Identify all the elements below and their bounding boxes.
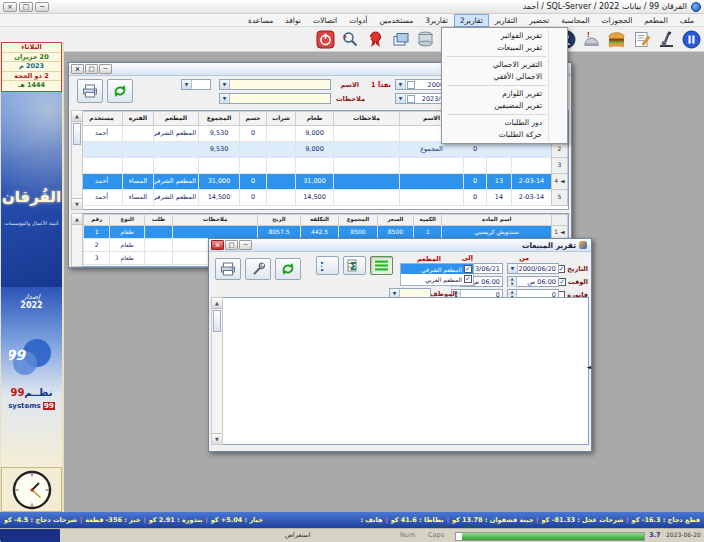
menu-item-المحاسبة[interactable]: المحاسبة [555, 14, 595, 27]
checkbox-checked-icon[interactable]: ✓ [464, 275, 472, 283]
microscope-icon[interactable] [655, 28, 677, 50]
column-header[interactable]: الربح [258, 215, 301, 226]
invoices-close-button[interactable]: × [71, 64, 84, 74]
status-item: قطع دجاج : 16.3- كو [632, 516, 700, 524]
application-window: الفرقان 99 / بيانات SQL-Server / 2022 / … [0, 0, 704, 542]
invoices-minimize-button[interactable]: ─ [99, 64, 112, 74]
database-icon[interactable] [414, 28, 436, 50]
checkbox-checked-icon[interactable]: ✓ [464, 265, 472, 273]
weekday-label: الثلاثاء [2, 43, 61, 53]
column-header[interactable]: الكمية [414, 215, 442, 226]
maximize-button[interactable]: □ [19, 2, 33, 12]
menu-item-ملف[interactable]: ملف [674, 14, 700, 27]
award-ribbon-icon[interactable]: ★ [364, 28, 386, 50]
menu-item-التقارير[interactable]: التقارير [489, 14, 524, 27]
name-filter-input[interactable]: ▼ [219, 79, 331, 90]
svg-text:?: ? [343, 34, 347, 42]
print-button[interactable] [77, 79, 103, 103]
systems99-logo: 99 [9, 335, 55, 381]
date-checkbox-row[interactable]: التاريخ✓ [557, 265, 588, 273]
column-header[interactable]: طعام [296, 112, 334, 126]
column-header[interactable]: التكلفة [300, 215, 338, 226]
report-date-from[interactable]: 2000/06/20▼ [507, 263, 559, 274]
status-item: خيار : 5.04+ كو [211, 516, 263, 524]
sum-toggle[interactable]: Σ [316, 256, 339, 275]
column-header[interactable]: شراب [267, 112, 296, 126]
refresh-button[interactable] [107, 79, 133, 103]
menu-separator [447, 85, 546, 86]
notepad-icon[interactable] [630, 28, 652, 50]
list-view-toggle[interactable] [370, 256, 393, 275]
table-row[interactable]: 4 ◄2-03-1413031,000031,000المطعم الشرقيا… [82, 173, 568, 189]
summary-grid-toggle[interactable]: Σ [343, 256, 366, 275]
menu-item-تقارير2[interactable]: تقارير2 [454, 14, 489, 27]
report-filter-panel: التاريخ✓ الوقت✓ فاتورة من 2000/06/20▼ 06… [209, 252, 591, 297]
report-time-from[interactable]: 06:00 ص▲▼ [507, 276, 559, 287]
menu-item-الحجوزات[interactable]: الحجوزات [596, 14, 639, 27]
column-header[interactable]: ملاحظات [334, 112, 400, 126]
pause-icon[interactable] [680, 28, 702, 50]
column-header[interactable]: رقم [84, 215, 110, 226]
restaurant-option[interactable]: ✓المطعم الشرقي [401, 264, 473, 274]
status-item: هاتف : [360, 516, 382, 524]
table-row[interactable]: 1 ◄سندويش كريسبي185008500442.58057.5طعام… [84, 226, 568, 239]
menu-item-تحضير[interactable]: تحضير [523, 14, 555, 27]
menu-item-مساعدة[interactable]: مساعدة [242, 14, 279, 27]
sales-report-window: تقرير المبيعات × □ ─ التاريخ✓ الوقت✓ فات… [208, 238, 592, 452]
table-row[interactable]: 52-03-1414014,500014,500المطعم الشرقيالم… [82, 189, 568, 205]
settings-wrench-button[interactable] [245, 258, 271, 280]
report-maximize-button[interactable]: □ [225, 240, 238, 250]
minimize-button[interactable]: ─ [35, 2, 49, 12]
status-separator: | [205, 516, 207, 524]
column-header[interactable]: حسم [240, 112, 267, 126]
column-header[interactable]: المجموع [339, 215, 377, 226]
reports2-dropdown-menu: تقرير الفواتيرتقرير المبيعاتالتقرير الاج… [441, 27, 568, 144]
table-row[interactable]: 3 [82, 157, 568, 173]
report-print-button[interactable] [215, 258, 241, 280]
invoices-table-scrollbar[interactable]: ▲▼ [71, 110, 83, 210]
menu-item-أدوات[interactable]: أدوات [343, 14, 373, 27]
invoices-maximize-button[interactable]: □ [85, 64, 98, 74]
version-panel: إصدار 2022 99 نظــم99 systems 99 [1, 287, 62, 467]
search-help-icon[interactable]: ? [339, 28, 361, 50]
report-minimize-button[interactable]: ─ [239, 240, 252, 250]
status-separator: | [536, 516, 538, 524]
column-header[interactable]: اسم المادة [442, 215, 551, 226]
power-icon[interactable] [314, 28, 336, 50]
column-header[interactable]: طلب [144, 215, 172, 226]
brand-logo: الفُرقان [1, 188, 62, 206]
time-checkbox-row[interactable]: الوقت✓ [558, 278, 588, 286]
close-button[interactable]: × [3, 2, 17, 12]
column-header[interactable]: المجموع [199, 112, 240, 126]
cards-icon[interactable] [389, 28, 411, 50]
report-refresh-button[interactable] [275, 258, 301, 280]
column-header[interactable]: النوع [110, 215, 144, 226]
column-header[interactable]: السعر [377, 215, 413, 226]
menu-item-تقارير3[interactable]: تقارير3 [419, 14, 454, 27]
hijri-day: 2 ذو الحجة [2, 72, 61, 82]
spinner-control[interactable]: ▲▼ [508, 277, 517, 286]
inventory-status-bar: قطع دجاج : 16.3- كو|شرحات عجل : 81.33- ك… [0, 512, 704, 528]
notes-filter-input[interactable]: ▼ [219, 93, 331, 104]
restaurant-option[interactable]: ✓المطعم الغربي [401, 274, 473, 284]
column-header[interactable]: الفترة [123, 112, 154, 126]
report-table-scrollbar[interactable]: ▲▼ [211, 297, 223, 445]
menu-item-نوافذ[interactable]: نوافذ [279, 14, 307, 27]
status-item: شرحات عجل : 81.33- كو [542, 516, 624, 524]
menu-item-اتصالات[interactable]: اتصالات [307, 14, 343, 27]
report-close-button[interactable]: × [211, 240, 224, 250]
bottom-status-bar: استعراض Num Caps 3.7 2023-06-20 [0, 528, 704, 542]
gregorian-year: 2023 م [2, 62, 61, 72]
chevron-down-icon: ▼ [182, 80, 192, 89]
restaurant-listbox: ✓المطعم الشرقي✓المطعم الغربي [400, 263, 474, 286]
menu-item-المطعم[interactable]: المطعم [638, 14, 673, 27]
report-window-titlebar[interactable]: تقرير المبيعات × □ ─ [209, 239, 591, 252]
burger-icon[interactable] [605, 28, 627, 50]
details-table-scrollbar[interactable]: ▲ [71, 213, 83, 267]
column-header[interactable]: ملاحظات [173, 215, 258, 226]
menu-item-مستخدمين[interactable]: مستخدمين [373, 14, 419, 27]
column-header[interactable]: مستخدم [82, 112, 123, 126]
extra-filter-combo[interactable]: ▼ [181, 79, 211, 90]
dome-bell-icon[interactable]: ! [580, 28, 602, 50]
column-header[interactable]: المطعم [154, 112, 199, 126]
